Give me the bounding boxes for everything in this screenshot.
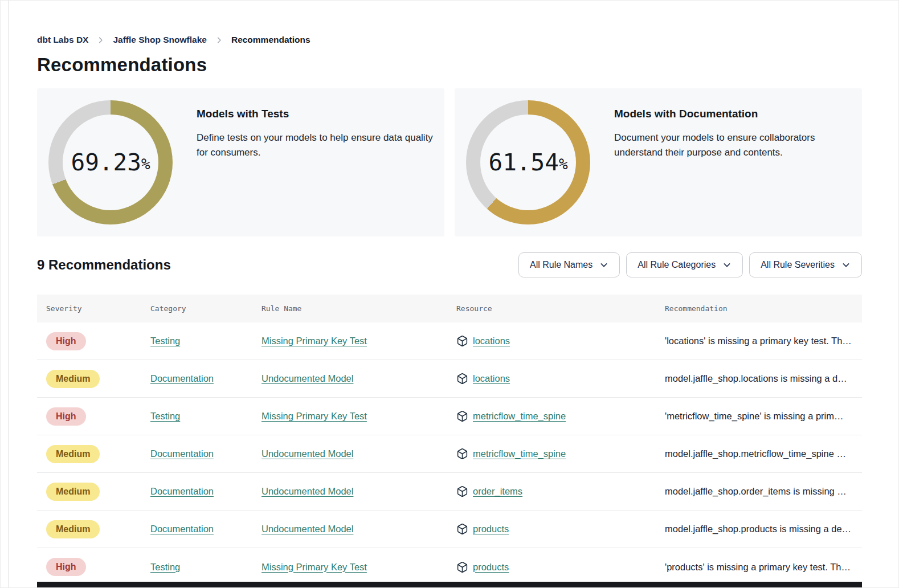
severity-badge: High (46, 407, 86, 426)
breadcrumb: dbt Labs DX Jaffle Shop Snowflake Recomm… (37, 35, 862, 45)
rule-name-link[interactable]: Undocumented Model (261, 486, 353, 496)
tests-card-description: Define tests on your models to help ensu… (197, 130, 433, 160)
documentation-card-title: Models with Documentation (614, 108, 851, 120)
resource-link[interactable]: metricflow_time_spine (473, 411, 566, 422)
category-link[interactable]: Testing (150, 411, 180, 421)
bottom-cutoff-bar (37, 582, 862, 587)
sidebar-edge-divider (8, 1, 9, 587)
filter-bar: All Rule Names All Rule Categories All R… (518, 252, 862, 277)
chevron-down-icon (841, 260, 851, 270)
rule-name-link[interactable]: Undocumented Model (261, 373, 353, 383)
app-window: dbt Labs DX Jaffle Shop Snowflake Recomm… (0, 0, 899, 588)
chevron-right-icon (96, 36, 105, 44)
table-row: Medium Documentation Undocumented Model … (37, 473, 862, 511)
category-link[interactable]: Documentation (150, 486, 214, 496)
tests-card-title: Models with Tests (197, 108, 433, 120)
resource-link[interactable]: locations (473, 373, 510, 384)
severity-badge: High (46, 332, 86, 350)
table-row: Medium Documentation Undocumented Model … (37, 360, 862, 398)
recommendation-text: 'metricflow_time_spine' is missing a pri… (665, 411, 862, 422)
breadcrumb-item-project[interactable]: Jaffle Shop Snowflake (113, 35, 207, 45)
breadcrumb-item-account[interactable]: dbt Labs DX (37, 35, 88, 45)
model-cube-icon (456, 410, 468, 422)
table-row: Medium Documentation Undocumented Model … (37, 435, 862, 473)
recommendation-text: 'products' is missing a primary key test… (665, 562, 862, 573)
table-row: High Testing Missing Primary Key Test pr… (37, 548, 862, 586)
rule-name-link[interactable]: Missing Primary Key Test (261, 336, 367, 346)
recommendation-text: model.jaffle_shop.metricflow_time_spine … (665, 448, 862, 459)
column-header-rule-name: Rule Name (261, 304, 456, 313)
metric-card-documentation: 61.54% Models with Documentation Documen… (455, 88, 862, 236)
breadcrumb-item-current: Recommendations (231, 35, 310, 45)
model-cube-icon (456, 373, 468, 385)
rule-severities-filter-dropdown[interactable]: All Rule Severities (749, 252, 862, 277)
category-link[interactable]: Testing (150, 336, 180, 346)
model-cube-icon (456, 335, 468, 347)
resource-link[interactable]: products (473, 524, 509, 534)
rule-name-link[interactable]: Missing Primary Key Test (261, 411, 367, 421)
resource-link[interactable]: locations (473, 336, 510, 346)
table-header-row: Severity Category Rule Name Resource Rec… (37, 295, 862, 322)
category-link[interactable]: Documentation (150, 373, 214, 383)
rule-names-filter-dropdown[interactable]: All Rule Names (518, 252, 620, 277)
category-link[interactable]: Documentation (150, 524, 214, 534)
column-header-category: Category (150, 304, 261, 313)
table-row: High Testing Missing Primary Key Test me… (37, 398, 862, 435)
documentation-donut-chart: 61.54% (466, 100, 590, 224)
resource-link[interactable]: order_items (473, 486, 522, 497)
severity-badge: Medium (46, 445, 100, 463)
model-cube-icon (456, 561, 468, 573)
rule-name-link[interactable]: Undocumented Model (261, 448, 353, 459)
rule-name-link[interactable]: Missing Primary Key Test (261, 562, 367, 572)
recommendation-text: model.jaffle_shop.order_items is missing… (665, 486, 862, 497)
severity-badge: Medium (46, 370, 100, 388)
category-link[interactable]: Documentation (150, 448, 214, 459)
documentation-card-description: Document your models to ensure collabora… (614, 130, 851, 160)
column-header-recommendation: Recommendation (665, 304, 862, 313)
recommendations-count-heading: 9 Recommendations (37, 257, 171, 273)
recommendation-text: model.jaffle_shop.products is missing a … (665, 524, 862, 534)
recommendation-text: 'locations' is missing a primary key tes… (665, 336, 862, 346)
severity-badge: Medium (46, 483, 100, 501)
table-row: High Testing Missing Primary Key Test lo… (37, 322, 862, 360)
table-row: Medium Documentation Undocumented Model … (37, 511, 862, 548)
chevron-down-icon (599, 260, 608, 270)
model-cube-icon (456, 448, 468, 460)
column-header-resource: Resource (456, 304, 665, 313)
severity-badge: High (46, 558, 86, 576)
metric-cards: 69.23% Models with Tests Define tests on… (37, 88, 862, 236)
tests-percent-value: 69.23% (48, 100, 173, 224)
severity-badge: Medium (46, 520, 100, 538)
page-title: Recommendations (37, 54, 862, 76)
rule-categories-filter-dropdown[interactable]: All Rule Categories (626, 252, 743, 277)
table-body: High Testing Missing Primary Key Test lo… (37, 322, 862, 586)
recommendations-table: Severity Category Rule Name Resource Rec… (37, 295, 862, 586)
chevron-right-icon (215, 36, 223, 44)
chevron-down-icon (722, 260, 732, 270)
model-cube-icon (456, 485, 468, 497)
resource-link[interactable]: products (473, 562, 509, 573)
category-link[interactable]: Testing (150, 562, 180, 572)
metric-card-tests: 69.23% Models with Tests Define tests on… (37, 88, 444, 236)
model-cube-icon (456, 523, 468, 535)
documentation-percent-value: 61.54% (466, 100, 590, 224)
rule-name-link[interactable]: Undocumented Model (261, 524, 353, 534)
tests-donut-chart: 69.23% (48, 100, 173, 224)
recommendation-text: model.jaffle_shop.locations is missing a… (665, 373, 862, 384)
column-header-severity: Severity (46, 304, 150, 313)
resource-link[interactable]: metricflow_time_spine (473, 448, 566, 459)
